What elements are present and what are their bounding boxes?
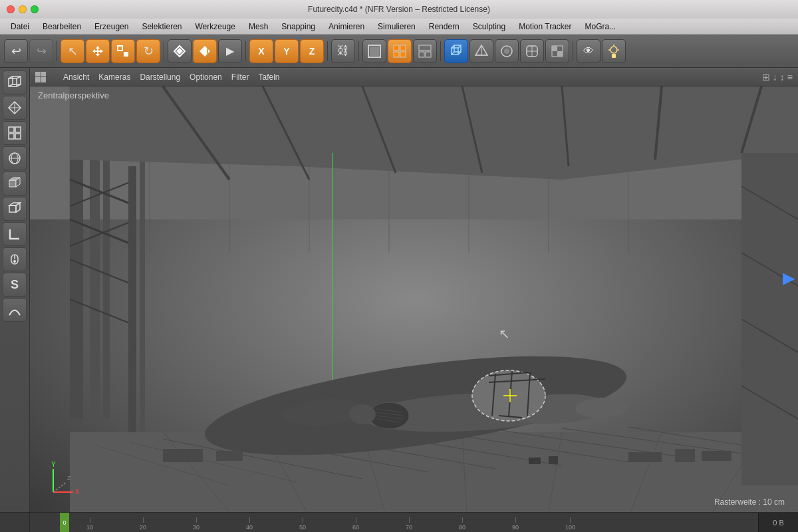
- main-toolbar: ↩ ↪ ↖ ↻ ▶ X Y Z ⛓: [0, 35, 798, 68]
- tool-box3d[interactable]: [3, 172, 27, 196]
- timeline-mark-20: 20: [140, 513, 146, 532]
- menu-selektieren[interactable]: Selektieren: [135, 21, 188, 33]
- nav-sync-icon[interactable]: ↕: [780, 72, 785, 82]
- y-axis-button[interactable]: Y: [275, 39, 299, 63]
- menu-mesh[interactable]: Mesh: [242, 21, 275, 33]
- svg-rect-79: [70, 153, 83, 419]
- scale-tool-button[interactable]: [111, 39, 135, 63]
- redo-button[interactable]: ↪: [29, 39, 53, 63]
- timeline-ruler[interactable]: 0 10 20 30 40 50 60 70: [60, 513, 758, 532]
- viewport-menu-kameras[interactable]: Kameras: [98, 72, 130, 82]
- menu-werkzeuge[interactable]: Werkzeuge: [188, 21, 241, 33]
- menu-bearbeiten[interactable]: Bearbeiten: [36, 21, 88, 33]
- tool-box-outline[interactable]: [3, 197, 27, 221]
- grid-pattern-icon: [35, 72, 49, 82]
- tool-diamond[interactable]: [3, 96, 27, 120]
- menu-erzeugen[interactable]: Erzeugen: [88, 21, 135, 33]
- cube-icon: [7, 75, 22, 90]
- tool-arc[interactable]: [3, 298, 27, 322]
- menu-mograph[interactable]: MoGra...: [579, 21, 623, 33]
- menu-animieren[interactable]: Animieren: [322, 21, 371, 33]
- nav-expand-icon[interactable]: ⊞: [762, 72, 770, 82]
- timeline-playhead[interactable]: 0: [60, 513, 69, 532]
- nav-menu-icon[interactable]: ≡: [787, 72, 793, 82]
- close-button[interactable]: [7, 5, 15, 13]
- svg-point-141: [349, 404, 376, 424]
- svg-point-61: [13, 260, 16, 263]
- scene-3d-view: [30, 86, 798, 512]
- menu-rendern[interactable]: Rendern: [422, 21, 466, 33]
- tool-cube[interactable]: [3, 70, 27, 94]
- mouse-icon: [7, 252, 22, 267]
- move-tool-button[interactable]: [86, 39, 110, 63]
- svg-rect-46: [9, 127, 14, 132]
- viewport-menu-optionen[interactable]: Optionen: [190, 72, 222, 82]
- tool-mouse[interactable]: [3, 247, 27, 271]
- viewport-toolbar: Ansicht Kameras Darstellung Optionen Fil…: [30, 68, 798, 86]
- frame-counter: 0 B: [758, 513, 798, 532]
- select-tool-button[interactable]: ↖: [61, 39, 84, 63]
- menu-sculpting[interactable]: Sculpting: [466, 21, 512, 33]
- menu-datei[interactable]: Datei: [4, 21, 36, 33]
- normals-button[interactable]: [495, 39, 519, 63]
- svg-rect-9: [400, 45, 406, 51]
- scale-icon: [116, 45, 130, 58]
- grid-icon: [7, 126, 22, 140]
- svg-rect-30: [557, 51, 563, 57]
- play-button[interactable]: ▶: [218, 39, 242, 63]
- wireframe-button[interactable]: [469, 39, 493, 63]
- svg-rect-48: [9, 134, 14, 139]
- svg-rect-142: [163, 449, 203, 462]
- svg-rect-88: [128, 166, 136, 446]
- tool-corner[interactable]: [3, 222, 27, 246]
- svg-marker-58: [16, 203, 20, 212]
- viewport-menu-ansicht[interactable]: Ansicht: [63, 72, 89, 82]
- svg-rect-146: [702, 451, 732, 461]
- tool-sphere[interactable]: [3, 146, 27, 170]
- 3d-view-button[interactable]: [444, 39, 468, 63]
- svg-rect-53: [9, 180, 16, 187]
- link-button[interactable]: ⛓: [331, 39, 355, 63]
- maximize-button[interactable]: [31, 5, 39, 13]
- view-4-button[interactable]: [388, 39, 412, 63]
- light-button[interactable]: [602, 39, 626, 63]
- record-button[interactable]: [193, 39, 217, 63]
- tool-grid[interactable]: [3, 121, 27, 145]
- svg-rect-47: [15, 127, 21, 132]
- viewport-menu-darstellung[interactable]: Darstellung: [140, 72, 180, 82]
- x-axis-button[interactable]: X: [249, 39, 273, 63]
- arc-icon: [7, 303, 22, 317]
- rotate-tool-button[interactable]: ↻: [136, 39, 160, 63]
- texture-button[interactable]: [545, 39, 569, 63]
- blue-navigation-arrow[interactable]: ▶: [783, 269, 795, 287]
- svg-rect-144: [628, 452, 662, 462]
- timeline-mark-50: 50: [299, 513, 306, 532]
- menu-simulieren[interactable]: Simulieren: [371, 21, 422, 33]
- keyframe-button[interactable]: [168, 39, 192, 63]
- timeline-mark-100: 100: [565, 513, 575, 532]
- view-multi-button[interactable]: [413, 39, 437, 63]
- menu-snapping[interactable]: Snapping: [275, 21, 322, 33]
- svg-rect-12: [419, 45, 431, 51]
- scene-canvas: Y X Z ↖ ▶ Rasterweite : 10 cm: [30, 86, 798, 512]
- undo-button[interactable]: ↩: [4, 39, 28, 63]
- menu-bar: Datei Bearbeiten Erzeugen Selektieren We…: [0, 19, 798, 35]
- svg-rect-8: [394, 45, 399, 51]
- smooth-icon: [525, 44, 539, 59]
- tool-s-circle[interactable]: S: [3, 273, 27, 297]
- record-icon: [198, 45, 211, 58]
- minimize-button[interactable]: [19, 5, 27, 13]
- smooth-button[interactable]: [520, 39, 544, 63]
- nav-down-icon[interactable]: ↓: [773, 72, 777, 82]
- viewport[interactable]: Ansicht Kameras Darstellung Optionen Fil…: [30, 68, 798, 512]
- toolbar-separator-7: [573, 41, 573, 61]
- svg-point-24: [504, 49, 509, 54]
- svg-rect-10: [394, 52, 399, 57]
- view-1-button[interactable]: [362, 39, 386, 63]
- z-axis-button[interactable]: Z: [300, 39, 324, 63]
- camera-button[interactable]: 👁: [577, 39, 600, 63]
- viewport-menu-tafeln[interactable]: Tafeln: [258, 72, 279, 82]
- viewport-menu-filter[interactable]: Filter: [231, 72, 249, 82]
- menu-motion-tracker[interactable]: Motion Tracker: [512, 21, 578, 33]
- window-controls: [0, 5, 39, 13]
